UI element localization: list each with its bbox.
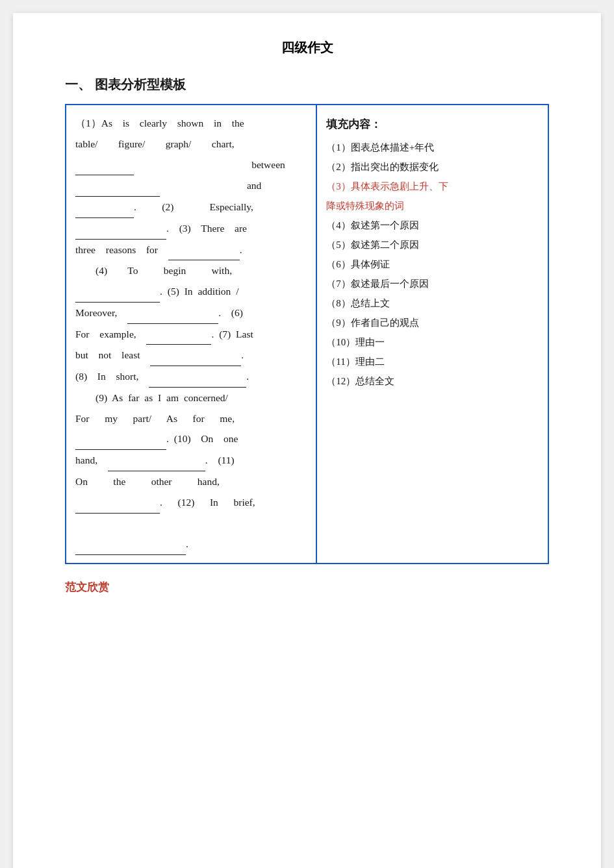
blank-6 (75, 281, 160, 303)
right-item-4: （4）叙述第一个原因 (326, 216, 539, 235)
right-item-1: （1）图表总体描述+年代 (326, 138, 539, 157)
right-item-3: （3）具体表示急剧上升、下 (326, 177, 539, 196)
right-item-9: （9）作者自己的观点 (326, 313, 539, 332)
right-item-7: （7）叙述最后一个原因 (326, 274, 539, 293)
right-item-3b: 降或特殊现象的词 (326, 196, 539, 216)
right-item-5: （5）叙述第二个原因 (326, 235, 539, 254)
page: 四级作文 一、 图表分析型模板 （1）As is clearly shown i… (13, 13, 601, 868)
left-column: （1）As is clearly shown in the table/ fig… (66, 105, 316, 564)
blank-7 (127, 303, 218, 324)
blank-10 (149, 366, 246, 388)
right-item-11: （11）理由二 (326, 352, 539, 371)
blank-1 (75, 155, 134, 176)
blank-9 (150, 345, 241, 366)
word-shown: shown (177, 118, 203, 129)
word-clearly: clearly (140, 118, 167, 129)
left-text: （1）As is clearly shown in the table/ fig… (75, 113, 307, 555)
right-item-8: （8）总结上文 (326, 293, 539, 313)
blank-4 (75, 218, 166, 240)
right-column: 填充内容： （1）图表总体描述+年代 （2）指出突出的数据变化 （3）具体表示急… (316, 105, 548, 564)
right-item-6: （6）具体例证 (326, 254, 539, 274)
word-on: On (201, 433, 213, 444)
right-item-10: （10）理由一 (326, 332, 539, 352)
blank-13 (75, 492, 160, 514)
word-to: To (127, 265, 138, 276)
right-item-2: （2）指出突出的数据变化 (326, 157, 539, 177)
right-item-12: （12）总结全文 (326, 371, 539, 391)
sample-label: 范文欣赏 (65, 580, 549, 595)
blank-2 (75, 175, 160, 197)
right-col-title: 填充内容： (326, 113, 539, 136)
blank-3 (75, 197, 134, 218)
template-table: （1）As is clearly shown in the table/ fig… (65, 104, 549, 564)
blank-8 (146, 324, 211, 345)
blank-14 (75, 534, 186, 555)
page-title: 四级作文 (65, 39, 549, 56)
section-title: 一、 图表分析型模板 (65, 76, 549, 93)
blank-11 (75, 428, 166, 450)
word-the: the (232, 118, 244, 129)
blank-5 (168, 240, 240, 261)
blank-12 (108, 450, 205, 471)
